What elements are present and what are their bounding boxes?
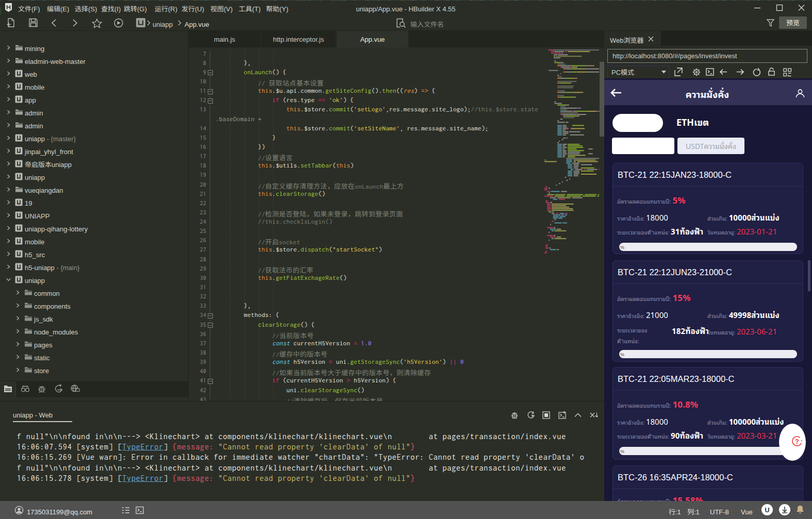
svg-text:?: ? xyxy=(795,438,799,445)
